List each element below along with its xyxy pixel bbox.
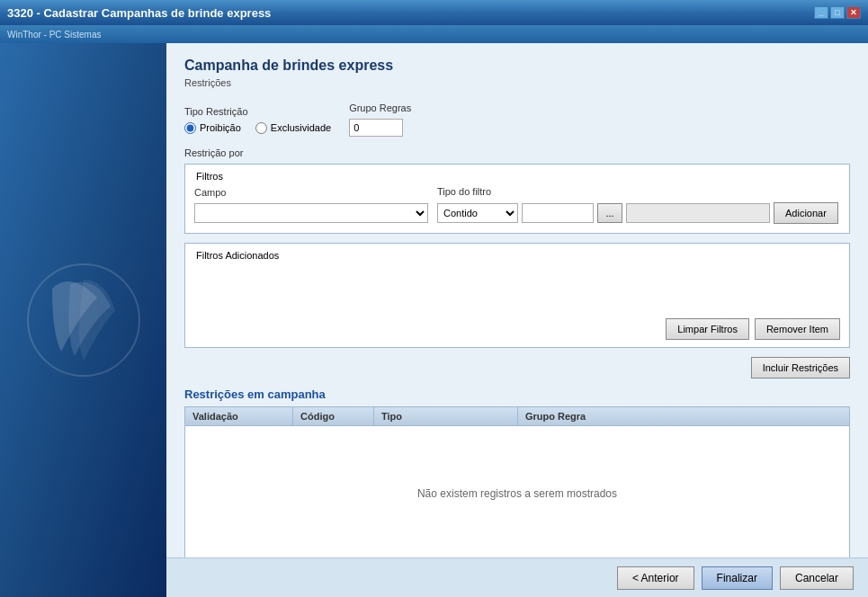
- restricao-por-label: Restrição por: [184, 147, 850, 158]
- restricoes-title: Restrições em campanha: [184, 388, 850, 401]
- filtros-adicionados-box: Filtros Adicionados Limpar Filtros Remov…: [184, 243, 850, 348]
- tipo-filtro-group: Tipo do filtro Contido Igual Diferente M…: [437, 186, 838, 224]
- table-body: Não existem registros a serem mostrados: [185, 426, 849, 561]
- radio-exclusividade[interactable]: Exclusividade: [255, 122, 331, 134]
- sidebar: [0, 43, 166, 597]
- radio-exclusividade-label: Exclusividade: [271, 122, 331, 133]
- filtros-adicionados-inner: [185, 262, 849, 311]
- filtros-buttons: Limpar Filtros Remover Item: [185, 318, 849, 347]
- tipo-filtro-row: Contido Igual Diferente Maior Menor ... …: [437, 202, 838, 224]
- table-header: Validação Código Tipo Grupo Regra: [185, 407, 849, 426]
- filtros-inner: Campo Tipo do filtro Contido Igual Difer…: [185, 183, 849, 233]
- finalizar-button[interactable]: Finalizar: [702, 566, 773, 590]
- restricoes-table: Validação Código Tipo Grupo Regra Não ex…: [184, 406, 850, 562]
- page-subtitle: Restrições: [184, 77, 850, 88]
- bottom-bar: < Anterior Finalizar Cancelar: [166, 557, 868, 597]
- subtitle-bar: WinThor - PC Sistemas: [0, 25, 868, 43]
- radio-row: Proibição Exclusividade: [184, 122, 331, 134]
- th-codigo: Código: [293, 407, 374, 425]
- page-title: Campanha de brindes express: [184, 58, 850, 74]
- close-button[interactable]: ✕: [846, 6, 861, 19]
- tipo-filtro-select[interactable]: Contido Igual Diferente Maior Menor: [437, 203, 518, 223]
- title-bar: 3320 - Cadastrar Campanhas de brinde exp…: [0, 0, 868, 25]
- include-row: Incluir Restrições: [184, 357, 850, 379]
- restore-button[interactable]: □: [830, 6, 845, 19]
- radio-proibicao[interactable]: Proibição: [184, 122, 241, 134]
- subtitle-text: WinThor - PC Sistemas: [7, 30, 101, 40]
- tipo-restricao-label: Tipo Restrição: [184, 106, 331, 117]
- browse-button[interactable]: ...: [597, 203, 622, 223]
- filtros-adicionados-legend: Filtros Adicionados: [192, 250, 282, 261]
- anterior-button[interactable]: < Anterior: [617, 566, 694, 590]
- th-tipo: Tipo: [374, 407, 518, 425]
- grupo-regras-input[interactable]: 0: [349, 119, 403, 137]
- adicionar-button[interactable]: Adicionar: [774, 202, 838, 224]
- filter-result-input[interactable]: [626, 203, 770, 223]
- radio-exclusividade-input[interactable]: [255, 122, 267, 134]
- remover-item-button[interactable]: Remover Item: [755, 318, 840, 340]
- title-bar-left: 3320 - Cadastrar Campanhas de brinde exp…: [7, 6, 271, 20]
- th-grupo-regra: Grupo Regra: [518, 407, 599, 425]
- filtros-legend: Filtros: [192, 171, 227, 182]
- campo-select[interactable]: [194, 203, 428, 223]
- th-validacao: Validação: [185, 407, 293, 425]
- campo-label: Campo: [194, 187, 428, 198]
- tipo-restricao-section: Tipo Restrição Proibição Exclusividade G…: [184, 102, 850, 137]
- sidebar-logo: [25, 262, 142, 379]
- filter-value-input[interactable]: [522, 203, 594, 223]
- grupo-regras-label: Grupo Regras: [349, 102, 411, 113]
- minimize-button[interactable]: _: [814, 6, 828, 19]
- incluir-restricoes-button[interactable]: Incluir Restrições: [751, 357, 850, 379]
- radio-proibicao-label: Proibição: [200, 122, 241, 133]
- grupo-regras-group: Grupo Regras 0: [349, 102, 411, 137]
- main-layout: Campanha de brindes express Restrições T…: [0, 43, 868, 597]
- cancelar-button[interactable]: Cancelar: [780, 566, 854, 590]
- radio-proibicao-input[interactable]: [184, 122, 196, 134]
- campo-group: Campo: [194, 187, 428, 223]
- no-records-text: Não existem registros a serem mostrados: [417, 487, 617, 500]
- tipo-restricao-group: Tipo Restrição Proibição Exclusividade: [184, 106, 331, 134]
- limpar-filtros-button[interactable]: Limpar Filtros: [666, 318, 749, 340]
- filter-row: Campo Tipo do filtro Contido Igual Difer…: [194, 186, 840, 224]
- filtros-box: Filtros Campo Tipo do filtro Contido: [184, 164, 850, 234]
- window-title: 3320 - Cadastrar Campanhas de brinde exp…: [7, 6, 271, 20]
- title-bar-controls: _ □ ✕: [814, 6, 861, 19]
- tipo-filtro-label: Tipo do filtro: [437, 186, 838, 197]
- content-area: Campanha de brindes express Restrições T…: [166, 43, 868, 597]
